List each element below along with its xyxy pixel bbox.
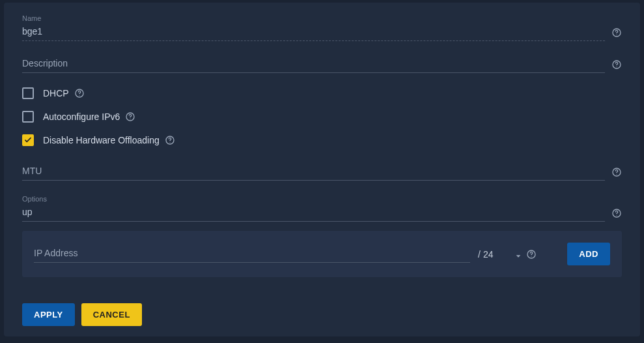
form-button-bar: APPLY CANCEL <box>4 294 640 336</box>
dhcp-label: DHCP <box>43 88 69 98</box>
hwoffload-checkbox[interactable] <box>22 134 34 146</box>
description-input[interactable] <box>22 55 605 73</box>
autoconf6-label: Autoconfigure IPv6 <box>43 112 120 122</box>
hwoffload-label: Disable Hardware Offloading <box>43 135 160 145</box>
dhcp-checkbox-row: DHCP <box>22 87 622 99</box>
options-label: Options <box>22 195 622 203</box>
help-icon[interactable] <box>611 208 622 218</box>
hwoffload-checkbox-row: Disable Hardware Offloading <box>22 134 622 146</box>
mtu-field-group <box>22 163 622 181</box>
name-input <box>22 23 605 41</box>
svg-point-7 <box>130 119 131 119</box>
svg-point-5 <box>79 95 79 96</box>
description-field-group <box>22 55 622 73</box>
dhcp-checkbox[interactable] <box>22 87 34 99</box>
svg-point-11 <box>616 173 617 174</box>
help-icon[interactable] <box>611 27 622 38</box>
help-icon[interactable] <box>125 112 135 122</box>
cancel-button[interactable]: CANCEL <box>81 303 142 326</box>
svg-point-15 <box>531 256 531 256</box>
add-button[interactable]: ADD <box>567 243 610 265</box>
autoconf6-checkbox-row: Autoconfigure IPv6 <box>22 111 622 123</box>
svg-point-1 <box>616 34 617 35</box>
apply-button[interactable]: APPLY <box>22 303 75 326</box>
svg-point-13 <box>616 215 617 215</box>
help-icon[interactable] <box>74 88 85 98</box>
help-icon[interactable] <box>165 135 175 145</box>
svg-point-3 <box>616 66 617 67</box>
ip-prefix-value: 24 <box>483 249 494 260</box>
ip-address-card: / 24 ADD <box>22 231 622 277</box>
autoconf6-checkbox[interactable] <box>22 111 34 123</box>
ip-prefix-select[interactable]: 24 <box>483 249 522 260</box>
mtu-input[interactable] <box>22 163 605 181</box>
name-label: Name <box>22 14 622 22</box>
name-field-group: Name <box>22 14 622 41</box>
chevron-down-icon <box>515 251 522 258</box>
help-icon[interactable] <box>526 249 537 260</box>
help-icon[interactable] <box>611 59 622 70</box>
options-input[interactable] <box>22 204 605 222</box>
help-icon[interactable] <box>611 167 622 177</box>
ip-slash: / <box>478 249 481 260</box>
interface-form-panel: Name DHCP Autoconfigure IPv6 <box>8 3 636 291</box>
ip-address-input[interactable] <box>34 245 470 263</box>
svg-point-9 <box>169 142 170 143</box>
options-field-group: Options <box>22 195 622 222</box>
